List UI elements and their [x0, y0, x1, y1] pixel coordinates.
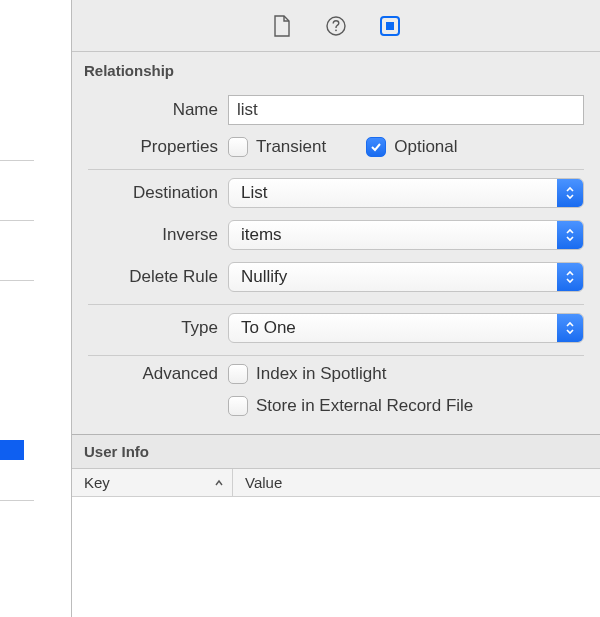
user-info-table-body[interactable]: [72, 497, 600, 617]
store-external-checkbox[interactable]: Store in External Record File: [228, 396, 473, 416]
index-spotlight-checkbox[interactable]: Index in Spotlight: [228, 364, 386, 384]
delete-rule-label: Delete Rule: [88, 267, 228, 287]
help-inspector-icon[interactable]: [324, 14, 348, 38]
destination-label: Destination: [88, 183, 228, 203]
checkbox-box: [366, 137, 386, 157]
transient-label: Transient: [256, 137, 326, 157]
svg-rect-3: [386, 22, 394, 30]
file-inspector-icon[interactable]: [270, 14, 294, 38]
stepper-icon: [557, 179, 583, 207]
index-spotlight-label: Index in Spotlight: [256, 364, 386, 384]
user-info-section-title: User Info: [72, 434, 600, 469]
optional-checkbox[interactable]: Optional: [366, 137, 457, 157]
name-label: Name: [88, 100, 228, 120]
store-external-label: Store in External Record File: [256, 396, 473, 416]
type-select[interactable]: To One: [228, 313, 584, 343]
checkbox-box: [228, 364, 248, 384]
inverse-label: Inverse: [88, 225, 228, 245]
transient-checkbox[interactable]: Transient: [228, 137, 326, 157]
sort-ascending-icon: [214, 474, 224, 491]
destination-value: List: [241, 183, 267, 203]
stepper-icon: [557, 221, 583, 249]
inverse-value: items: [241, 225, 282, 245]
type-value: To One: [241, 318, 296, 338]
svg-point-1: [335, 29, 337, 31]
name-input[interactable]: [228, 95, 584, 125]
left-gutter: [0, 0, 72, 617]
stepper-icon: [557, 263, 583, 291]
stepper-icon: [557, 314, 583, 342]
relationship-section-title: Relationship: [72, 52, 600, 85]
properties-label: Properties: [88, 137, 228, 157]
checkbox-box: [228, 137, 248, 157]
list-selection-indicator: [0, 440, 24, 460]
type-label: Type: [88, 318, 228, 338]
inverse-select[interactable]: items: [228, 220, 584, 250]
user-info-table-header: Key Value: [72, 469, 600, 497]
checkbox-box: [228, 396, 248, 416]
destination-select[interactable]: List: [228, 178, 584, 208]
relationship-form: Name Properties Transient: [72, 85, 600, 434]
inspector-panel: Relationship Name Properties Transient: [72, 0, 600, 617]
inspector-tab-bar: [72, 0, 600, 52]
optional-label: Optional: [394, 137, 457, 157]
delete-rule-select[interactable]: Nullify: [228, 262, 584, 292]
advanced-label: Advanced: [88, 364, 228, 384]
delete-rule-value: Nullify: [241, 267, 287, 287]
data-model-inspector-icon[interactable]: [378, 14, 402, 38]
key-column-header[interactable]: Key: [72, 474, 232, 491]
value-column-header[interactable]: Value: [233, 474, 600, 491]
